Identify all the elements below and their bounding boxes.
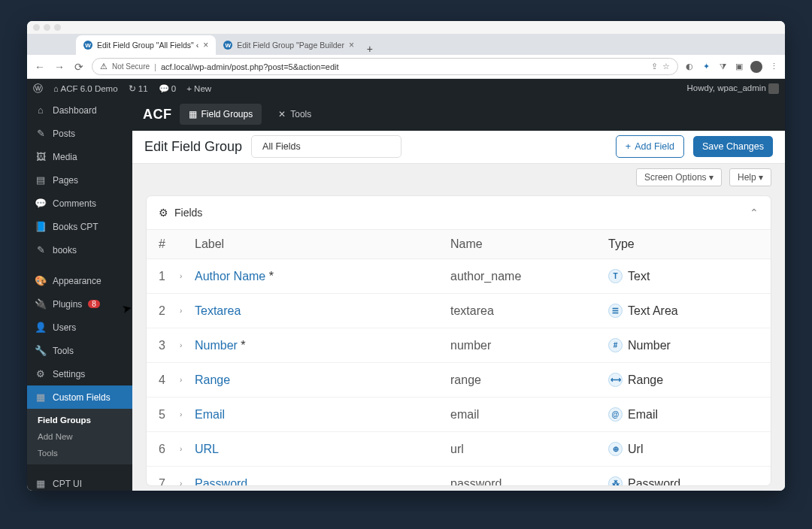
max-dot[interactable] — [54, 24, 61, 31]
close-icon[interactable]: × — [203, 40, 208, 50]
avatar-icon[interactable] — [750, 61, 762, 73]
sidebar-item-label: Custom Fields — [53, 392, 111, 403]
menu-icon: ▤ — [35, 174, 47, 186]
menu-icon[interactable]: ⋮ — [768, 62, 779, 72]
row-number: 2 — [159, 304, 180, 318]
tab-label: Edit Field Group "All Fields" ‹ — [97, 41, 198, 50]
table-row[interactable]: 7›Passwordpassword⁂Password — [147, 467, 771, 486]
ext-icon[interactable]: ◐ — [684, 62, 695, 72]
chevron-right-icon[interactable]: › — [180, 307, 195, 315]
browser-tab[interactable]: W Edit Field Group "Page Builder × — [216, 35, 362, 55]
sidebar-item-comments[interactable]: 💬Comments — [27, 192, 132, 215]
site-link[interactable]: ⌂ ACF 6.0 Demo — [53, 84, 118, 93]
sidebar-item-books[interactable]: ✎books — [27, 238, 132, 261]
warning-icon: ⚠ — [100, 62, 108, 71]
chevron-right-icon[interactable]: › — [180, 445, 195, 453]
field-label[interactable]: Textarea — [195, 304, 450, 318]
save-changes-button[interactable]: Save Changes — [693, 136, 773, 157]
menu-icon: ⌂ — [35, 104, 47, 116]
table-row[interactable]: 3›Number *number#Number — [147, 328, 771, 363]
howdy[interactable]: Howdy, wpac_admin — [687, 83, 779, 94]
add-field-button[interactable]: + Add Field — [616, 135, 684, 158]
sidebar-sub-item[interactable]: Tools — [27, 445, 132, 461]
sidebar-item-label: Books CPT — [53, 222, 98, 232]
row-number: 5 — [159, 408, 180, 422]
menu-icon: 🖼 — [35, 151, 47, 162]
sidebar-item-books-cpt[interactable]: 📘Books CPT — [27, 215, 132, 238]
sidebar-item-custom-fields[interactable]: ▦Custom Fields — [27, 385, 132, 409]
field-label[interactable]: Number * — [195, 339, 450, 352]
chevron-right-icon[interactable]: › — [180, 376, 195, 384]
comments-link[interactable]: 💬 0 — [159, 83, 177, 94]
panel-header[interactable]: ⚙ Fields ⌃ — [147, 196, 771, 230]
menu-icon: 👤 — [35, 322, 47, 333]
panel-title: Fields — [174, 207, 202, 219]
min-dot[interactable] — [44, 24, 50, 31]
field-label[interactable]: Author Name * — [195, 270, 450, 283]
share-icon[interactable]: ⇪ — [651, 62, 658, 71]
nav-tools[interactable]: ✕ Tools — [269, 104, 320, 125]
browser-tab-active[interactable]: W Edit Field Group "All Fields" ‹ × — [76, 35, 216, 55]
gear-icon: ⚙ — [159, 207, 168, 219]
sidebar-item-label: books — [53, 245, 77, 255]
updates-link[interactable]: ↻ 11 — [129, 83, 148, 94]
sidebar-item-dashboard[interactable]: ⌂Dashboard — [27, 98, 132, 122]
menu-icon: ⚙ — [35, 368, 47, 379]
sidebar-sub-item[interactable]: Add New — [27, 428, 132, 445]
type-icon: ⊕ — [608, 442, 623, 456]
sidebar-item-settings[interactable]: ⚙Settings — [27, 362, 132, 385]
ext-icon[interactable]: ▣ — [734, 62, 744, 72]
sidebar-item-plugins[interactable]: 🔌Plugins8 — [27, 292, 132, 316]
chevron-right-icon[interactable]: › — [180, 341, 195, 349]
sidebar-item-users[interactable]: 👤Users — [27, 316, 132, 339]
reload-icon[interactable]: ⟳ — [72, 61, 86, 73]
sidebar-item-tools[interactable]: 🔧Tools — [27, 339, 132, 362]
macos-traffic-lights — [27, 21, 785, 34]
screen-options-button[interactable]: Screen Options ▾ — [636, 168, 722, 186]
field-label[interactable]: Range — [195, 373, 450, 387]
sidebar-item-cpt-ui[interactable]: ▦CPT UI — [27, 472, 132, 491]
field-label[interactable]: Password — [195, 477, 450, 486]
new-link[interactable]: + New — [186, 84, 211, 93]
chevron-right-icon[interactable]: › — [180, 410, 195, 419]
type-icon: ⟷ — [608, 373, 623, 387]
table-row[interactable]: 1›Author Name *author_nameTText — [147, 259, 771, 294]
wp-logo-icon[interactable]: ⓦ — [33, 82, 43, 95]
address-bar[interactable]: ⚠ Not Secure | acf.local/wp-admin/post.p… — [92, 58, 678, 75]
sidebar-item-posts[interactable]: ✎Posts — [27, 122, 132, 145]
field-label[interactable]: URL — [195, 443, 450, 456]
help-button[interactable]: Help ▾ — [729, 168, 771, 186]
ext-icon[interactable]: ⧩ — [717, 62, 728, 72]
sidebar-item-label: Tools — [53, 346, 74, 356]
field-label[interactable]: Email — [195, 408, 450, 422]
field-name: range — [450, 373, 608, 387]
sidebar-item-media[interactable]: 🖼Media — [27, 145, 132, 168]
row-number: 7 — [159, 477, 180, 486]
table-row[interactable]: 5›Emailemail@Email — [147, 398, 771, 432]
chevron-right-icon[interactable]: › — [180, 479, 195, 486]
close-dot[interactable] — [33, 24, 40, 31]
field-type: #Number — [608, 338, 759, 352]
nav-field-groups[interactable]: ▦ Field Groups — [180, 104, 262, 125]
forward-icon[interactable]: → — [53, 61, 66, 73]
star-icon[interactable]: ☆ — [662, 62, 670, 71]
sidebar-sub-item[interactable]: Field Groups — [27, 412, 132, 428]
close-icon[interactable]: × — [349, 40, 354, 50]
sidebar-item-appearance[interactable]: 🎨Appearance — [27, 269, 132, 292]
sidebar-item-pages[interactable]: ▤Pages — [27, 168, 132, 192]
chevron-right-icon[interactable]: › — [180, 272, 195, 280]
new-tab-button[interactable]: + — [362, 43, 378, 55]
type-icon: ☰ — [608, 304, 623, 318]
field-type: ☰Text Area — [608, 304, 759, 318]
group-name-input[interactable] — [251, 135, 401, 158]
chevron-up-icon[interactable]: ⌃ — [750, 207, 759, 219]
field-type: TText — [608, 269, 759, 283]
back-icon[interactable]: ← — [33, 61, 47, 73]
table-row[interactable]: 4›Rangerange⟷Range — [147, 363, 771, 398]
table-row[interactable]: 6›URLurl⊕Url — [147, 432, 771, 467]
menu-icon: 💬 — [35, 198, 47, 209]
table-row[interactable]: 2›Textareatextarea☰Text Area — [147, 294, 771, 328]
sidebar-item-label: Appearance — [53, 276, 102, 286]
type-icon: @ — [608, 407, 623, 422]
ext-icon[interactable]: ✦ — [701, 62, 711, 72]
